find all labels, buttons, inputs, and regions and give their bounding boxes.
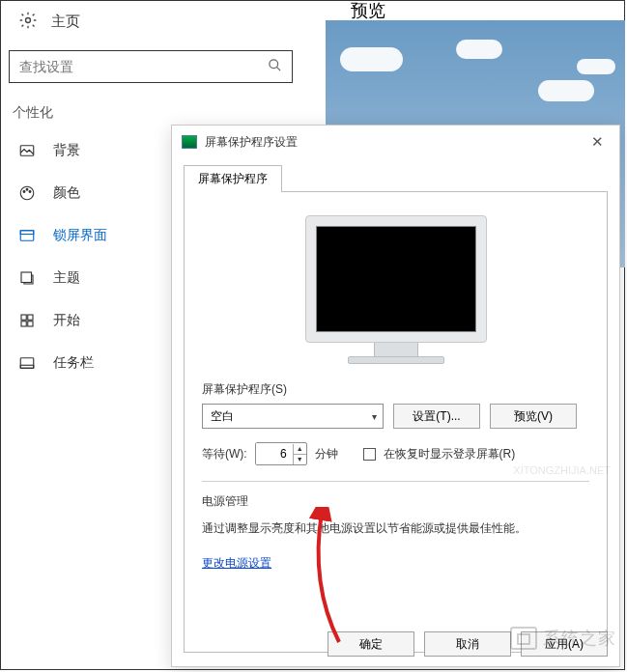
preview-heading: 预览 xyxy=(351,0,385,22)
image-icon xyxy=(18,142,36,159)
svg-point-1 xyxy=(270,60,278,69)
screensaver-dialog: 屏幕保护程序设置 ✕ 屏幕保护程序 屏幕保护程序(S) 空白 xyxy=(171,125,620,667)
svg-rect-15 xyxy=(20,365,34,368)
svg-rect-9 xyxy=(21,272,32,283)
divider xyxy=(202,481,589,482)
svg-point-0 xyxy=(26,18,31,23)
svg-rect-11 xyxy=(28,315,33,320)
dialog-title: 屏幕保护程序设置 xyxy=(205,134,578,151)
svg-point-5 xyxy=(26,188,28,190)
app-icon xyxy=(182,135,197,149)
screensaver-dropdown[interactable]: 空白 ▾ xyxy=(202,404,384,429)
resume-checkbox[interactable] xyxy=(363,448,376,461)
svg-point-4 xyxy=(23,191,25,193)
themes-icon xyxy=(18,269,36,287)
nav-label: 锁屏界面 xyxy=(53,227,107,244)
search-icon xyxy=(268,58,282,75)
dropdown-value: 空白 xyxy=(211,408,234,425)
tab-content: 屏幕保护程序(S) 空白 ▾ 设置(T)... 预览(V) 等待(W): ▲ xyxy=(184,191,608,653)
screensaver-label: 屏幕保护程序(S) xyxy=(202,381,589,398)
watermark-text: 系统之家 xyxy=(543,627,616,650)
cancel-button[interactable]: 取消 xyxy=(424,631,511,657)
start-icon xyxy=(18,312,36,329)
resume-label: 在恢复时显示登录屏幕(R) xyxy=(384,446,516,462)
power-section-title: 电源管理 xyxy=(202,493,589,510)
taskbar-icon xyxy=(18,354,36,372)
wait-label: 等待(W): xyxy=(202,446,247,462)
svg-rect-12 xyxy=(21,322,26,326)
watermark-logo-icon xyxy=(510,627,537,650)
search-box[interactable] xyxy=(9,50,293,83)
svg-rect-13 xyxy=(28,322,33,326)
home-label: 主页 xyxy=(51,13,80,31)
power-description: 通过调整显示亮度和其他电源设置以节省能源或提供最佳性能。 xyxy=(202,519,589,538)
monitor-preview xyxy=(305,215,487,364)
svg-rect-7 xyxy=(20,231,34,241)
spinner-up[interactable]: ▲ xyxy=(294,444,306,455)
svg-rect-14 xyxy=(20,358,34,369)
nav-label: 任务栏 xyxy=(53,354,94,372)
preview-button[interactable]: 预览(V) xyxy=(490,404,577,429)
chevron-down-icon: ▾ xyxy=(372,411,377,422)
wait-unit: 分钟 xyxy=(315,446,338,462)
svg-rect-8 xyxy=(20,231,34,235)
settings-button[interactable]: 设置(T)... xyxy=(393,404,480,429)
nav-label: 开始 xyxy=(53,312,80,329)
svg-point-6 xyxy=(29,191,31,193)
nav-label: 背景 xyxy=(53,142,80,159)
nav-label: 主题 xyxy=(53,269,80,287)
lockscreen-icon xyxy=(18,227,36,244)
svg-rect-10 xyxy=(21,315,26,320)
nav-label: 颜色 xyxy=(53,184,80,202)
watermark-small: XITONGZHIJIA.NET xyxy=(513,464,611,476)
tab-screensaver[interactable]: 屏幕保护程序 xyxy=(184,165,282,192)
gear-icon xyxy=(18,11,38,33)
dialog-titlebar: 屏幕保护程序设置 ✕ xyxy=(172,126,619,158)
category-label: 个性化 xyxy=(1,83,300,129)
palette-icon xyxy=(18,184,36,202)
wait-spinner[interactable]: ▲ ▼ xyxy=(255,442,307,465)
wait-input[interactable] xyxy=(256,443,293,464)
watermark: 系统之家 xyxy=(510,627,616,650)
power-settings-link[interactable]: 更改电源设置 xyxy=(202,556,271,570)
close-button[interactable]: ✕ xyxy=(585,133,610,151)
ok-button[interactable]: 确定 xyxy=(328,631,414,657)
search-input[interactable] xyxy=(19,59,268,74)
home-nav[interactable]: 主页 xyxy=(1,1,300,42)
spinner-down[interactable]: ▼ xyxy=(294,455,306,464)
